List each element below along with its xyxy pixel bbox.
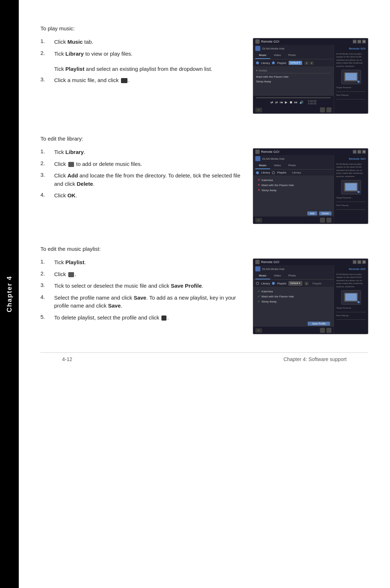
tab-music-1[interactable]: Music bbox=[255, 52, 270, 59]
tab-music-2[interactable]: Music bbox=[255, 162, 270, 169]
pl-filename-3-2: Maid with the Flaxen Hair bbox=[261, 295, 294, 298]
playlist-label-2: Playlist bbox=[277, 171, 286, 174]
up-arrow-1[interactable]: ∧ bbox=[304, 61, 309, 65]
delete-btn-2[interactable]: Delete bbox=[319, 211, 332, 215]
lib-filename-2-2: Maid with the Flaxen Hair bbox=[261, 184, 294, 187]
footer-icons-1 bbox=[320, 107, 332, 112]
file-item-1-1[interactable]: Maid with the Flaxen Hair bbox=[256, 74, 331, 79]
section-play-music: To play music: Remote GO! ─ □ ✕ bbox=[40, 22, 368, 117]
restore-btn-3[interactable]: □ bbox=[358, 260, 361, 264]
dropdown-1[interactable]: Default ▾ bbox=[289, 61, 302, 65]
minimize-btn-3[interactable]: ─ bbox=[353, 260, 356, 264]
section-edit-playlist: To edit the music playlist: Remote GO! ─… bbox=[40, 242, 368, 338]
playlist-header-3: Playlist bbox=[312, 282, 321, 285]
side-image-3 bbox=[341, 290, 361, 305]
up-arrow-3[interactable]: ∧ bbox=[304, 282, 309, 286]
footer-icons-2 bbox=[320, 218, 332, 223]
step-3-2: 2. Click . bbox=[40, 270, 244, 279]
tab-photo-1[interactable]: Photo bbox=[285, 52, 299, 59]
playlist-radio-3[interactable] bbox=[272, 282, 275, 285]
playlist-radio-2[interactable] bbox=[272, 171, 275, 174]
back-btn-3[interactable]: ↩ bbox=[255, 328, 262, 333]
pl-filename-3-3: Sleep Away bbox=[261, 300, 277, 303]
close-btn-1[interactable]: ✕ bbox=[362, 40, 366, 43]
close-btn-3[interactable]: ✕ bbox=[362, 260, 366, 264]
titlebar-icon-3 bbox=[255, 260, 260, 264]
vol-btn-1[interactable]: 🔊 bbox=[299, 100, 303, 104]
library-label-2: Library bbox=[261, 171, 270, 174]
library-radio-2[interactable] bbox=[256, 171, 259, 174]
pl-file-3-1[interactable]: ✓ Kalemba bbox=[256, 289, 331, 294]
step-1-3: 3. Click a music file, and click . bbox=[40, 76, 244, 85]
playlist-radio-1[interactable] bbox=[272, 61, 275, 64]
stop-btn-1[interactable]: ⏹ bbox=[289, 100, 292, 104]
close-btn-2[interactable]: ✕ bbox=[362, 150, 366, 154]
dlna-bar-2: DLNA Media Hub bbox=[253, 155, 334, 162]
side-desc-1: DLNA Media Hub provides support to the l… bbox=[336, 52, 366, 68]
tab-video-3[interactable]: Video bbox=[270, 272, 285, 279]
arrows-1: ∧ ∨ bbox=[304, 61, 314, 65]
side-playing-value-2 bbox=[336, 209, 366, 210]
tab-photo-3[interactable]: Photo bbox=[285, 272, 299, 279]
file-list-3: ✓ Kalemba ✓ Maid with the Flaxen Hair ✓ … bbox=[253, 287, 334, 321]
play-inline-icon-1 bbox=[121, 78, 127, 83]
controls-bar-2: Library Playlist Library bbox=[253, 169, 334, 176]
check-icon-3-1: ✓ bbox=[257, 289, 260, 293]
step-3-1: 1. Tick Playlist. bbox=[40, 258, 244, 267]
dropdown-3[interactable]: Default ▾ bbox=[289, 281, 302, 286]
add-btn-2[interactable]: Add bbox=[307, 211, 317, 215]
x-icon-2-1: ✕ bbox=[257, 178, 260, 182]
file-list-1: ▾ SIMBA Maid with the Flaxen Hair Sleep … bbox=[253, 67, 334, 96]
chapter-sidebar: Chapter 4 bbox=[0, 0, 19, 588]
titlebar-1: Remote GO! ─ □ ✕ bbox=[253, 38, 368, 45]
restore-btn-2[interactable]: □ bbox=[358, 150, 361, 154]
minimize-btn-2[interactable]: ─ bbox=[353, 150, 356, 154]
tab-music-3[interactable]: Music bbox=[255, 272, 270, 279]
intro-edit-library: To edit the library: bbox=[40, 136, 368, 142]
file-item-1-2[interactable]: Sleep Away bbox=[256, 79, 331, 84]
save-profile-btn-3[interactable]: Save Profile bbox=[308, 322, 330, 326]
side-image-1 bbox=[341, 70, 361, 84]
dlna-label-3: DLNA Media Hub bbox=[262, 267, 285, 271]
lib-file-2-3[interactable]: ✕ Sleep Away bbox=[256, 188, 331, 193]
footer-chapter-title: Chapter 4: Software support bbox=[283, 356, 347, 362]
side-desc-3: DLNA Media Hub provides support to the l… bbox=[336, 273, 366, 288]
dlna-label-1: DLNA Media Hub bbox=[262, 47, 285, 50]
repeat-btn-1[interactable]: ⇄ bbox=[270, 100, 273, 104]
lib-filename-2-3: Sleep Away bbox=[261, 189, 277, 192]
pl-file-3-2[interactable]: ✓ Maid with the Flaxen Hair bbox=[256, 294, 331, 299]
check-icon-3-3: ✓ bbox=[257, 300, 260, 303]
play-btn-1[interactable]: ▶ bbox=[285, 100, 287, 104]
screenshot-2: Remote GO! ─ □ ✕ DLNA Media Hub bbox=[253, 148, 368, 224]
tab-photo-2[interactable]: Photo bbox=[285, 162, 299, 169]
file-list-2: ✕ Kalemba ✕ Maid with the Flaxen Hair ✕ … bbox=[253, 176, 334, 210]
library-radio-3[interactable] bbox=[256, 282, 259, 285]
back-btn-1[interactable]: ↩ bbox=[255, 108, 262, 112]
down-arrow-1[interactable]: ∨ bbox=[309, 61, 314, 65]
tab-video-1[interactable]: Video bbox=[270, 52, 285, 59]
x-icon-2-3: ✕ bbox=[257, 188, 260, 192]
library-radio-1[interactable] bbox=[256, 61, 259, 64]
minimize-btn-1[interactable]: ─ bbox=[353, 40, 356, 43]
lib-file-2-2[interactable]: ✕ Maid with the Flaxen Hair bbox=[256, 183, 331, 188]
pl-file-3-3[interactable]: ✓ Sleep Away bbox=[256, 299, 331, 304]
footer-icon-3b bbox=[326, 328, 332, 333]
play-time-1: 0:00:000:00:00 bbox=[308, 100, 316, 105]
x-icon-2-2: ✕ bbox=[257, 183, 260, 187]
step-1-1: 1. Click Music tab. bbox=[40, 38, 244, 46]
prev-btn-1[interactable]: ⏮ bbox=[280, 100, 283, 104]
lib-file-2-1[interactable]: ✕ Kalemba bbox=[256, 177, 331, 183]
footer-bar-3: ↩ bbox=[253, 327, 334, 334]
restore-btn-1[interactable]: □ bbox=[358, 40, 361, 43]
playbar-1: ⇄ ⇌ ⏮ ▶ ⏹ ⏭ 🔊 0:00:000:00:00 bbox=[253, 96, 334, 106]
back-btn-2[interactable]: ↩ bbox=[255, 218, 262, 223]
side-title-1: Remote GO! bbox=[336, 47, 366, 50]
tab-video-2[interactable]: Video bbox=[270, 162, 285, 169]
play-btns-1: ⇄ ⇌ ⏮ ▶ ⏹ ⏭ 🔊 0:00:000:00:00 bbox=[256, 100, 331, 105]
side-panel-1: Remote GO! DLNA Media Hub provides suppo… bbox=[334, 45, 368, 113]
shuffle-btn-1[interactable]: ⇌ bbox=[275, 100, 278, 104]
step-2-4: 4. Click OK. bbox=[40, 192, 244, 200]
next-btn-1[interactable]: ⏭ bbox=[294, 100, 298, 104]
side-title-2: Remote GO! bbox=[336, 157, 366, 160]
footer-icon-1b bbox=[326, 107, 332, 112]
